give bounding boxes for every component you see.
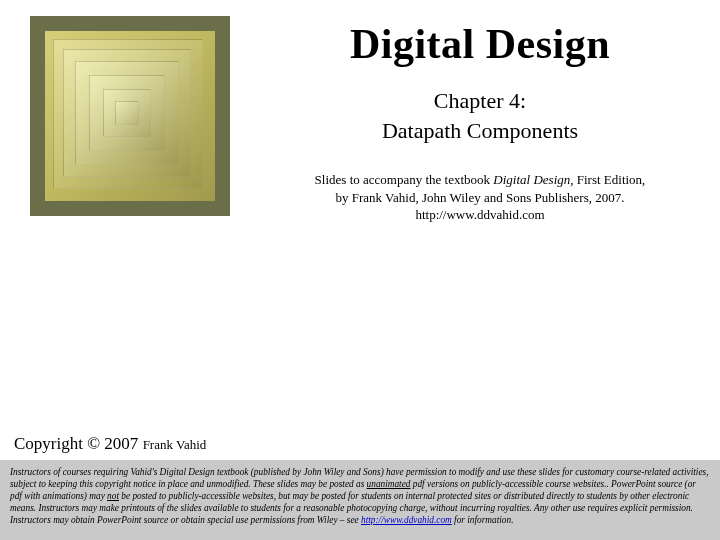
legal-underline-1: unanimated <box>367 479 411 489</box>
chapter-name: Datapath Components <box>382 118 578 143</box>
slide-title: Digital Design <box>260 20 700 68</box>
copyright-text: Copyright © 2007 <box>14 434 143 453</box>
cover-graphic <box>45 31 215 201</box>
text-column: Digital Design Chapter 4: Datapath Compo… <box>230 16 700 224</box>
credit-author-line: by Frank Vahid, John Wiley and Sons Publ… <box>336 190 625 205</box>
chapter-heading: Chapter 4: Datapath Components <box>260 86 700 145</box>
slide: Digital Design Chapter 4: Datapath Compo… <box>0 0 720 540</box>
legal-notice: Instructors of courses requiring Vahid's… <box>0 460 720 540</box>
legal-link[interactable]: http://www.ddvahid.com <box>361 515 452 525</box>
legal-text-4: for information. <box>452 515 514 525</box>
copyright-author: Frank Vahid <box>143 437 207 452</box>
credit-suffix: , First Edition, <box>570 172 645 187</box>
credit-url: http://www.ddvahid.com <box>415 207 544 222</box>
chapter-number: Chapter 4: <box>434 88 526 113</box>
legal-underline-2: not <box>107 491 119 501</box>
content-row: Digital Design Chapter 4: Datapath Compo… <box>0 0 720 224</box>
credit-block: Slides to accompany the textbook Digital… <box>260 171 700 224</box>
footer: Copyright © 2007 Frank Vahid Instructors… <box>0 428 720 540</box>
credit-prefix: Slides to accompany the textbook <box>315 172 494 187</box>
copyright-line: Copyright © 2007 Frank Vahid <box>0 428 720 460</box>
book-cover-image <box>30 16 230 216</box>
credit-book-title: Digital Design <box>493 172 570 187</box>
